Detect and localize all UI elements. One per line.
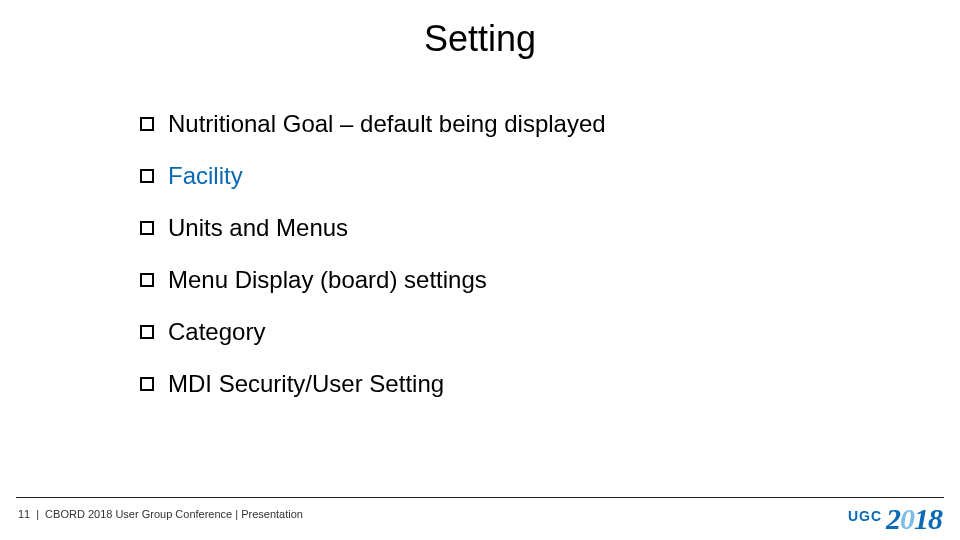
footer-separator: |: [36, 508, 39, 520]
page-number: 11: [18, 508, 30, 520]
logo-prefix: UGC: [848, 508, 882, 524]
bullet-list: Nutritional Goal – default being display…: [140, 110, 840, 422]
logo-year-digit: 1: [914, 502, 928, 535]
footer-divider: [16, 497, 944, 498]
slide: Setting Nutritional Goal – default being…: [0, 0, 960, 540]
list-item-label: Menu Display (board) settings: [168, 266, 487, 294]
footer-text: CBORD 2018 User Group Conference | Prese…: [45, 508, 303, 520]
checkbox-icon: [140, 169, 154, 183]
checkbox-icon: [140, 273, 154, 287]
list-item-label: MDI Security/User Setting: [168, 370, 444, 398]
conference-logo: UGC 2018: [848, 502, 942, 536]
list-item-label: Nutritional Goal – default being display…: [168, 110, 606, 138]
slide-title: Setting: [0, 18, 960, 60]
list-item: Nutritional Goal – default being display…: [140, 110, 840, 138]
list-item-label[interactable]: Facility: [168, 162, 243, 190]
checkbox-icon: [140, 377, 154, 391]
logo-year-digit: 2: [886, 502, 900, 535]
logo-year: 2018: [886, 502, 942, 536]
checkbox-icon: [140, 221, 154, 235]
footer: 11 | CBORD 2018 User Group Conference | …: [18, 508, 303, 520]
logo-year-digit: 0: [900, 502, 914, 535]
checkbox-icon: [140, 325, 154, 339]
list-item: MDI Security/User Setting: [140, 370, 840, 398]
list-item: Units and Menus: [140, 214, 840, 242]
list-item: Facility: [140, 162, 840, 190]
list-item: Category: [140, 318, 840, 346]
checkbox-icon: [140, 117, 154, 131]
list-item-label: Units and Menus: [168, 214, 348, 242]
list-item-label: Category: [168, 318, 265, 346]
logo-year-digit: 8: [928, 502, 942, 535]
list-item: Menu Display (board) settings: [140, 266, 840, 294]
